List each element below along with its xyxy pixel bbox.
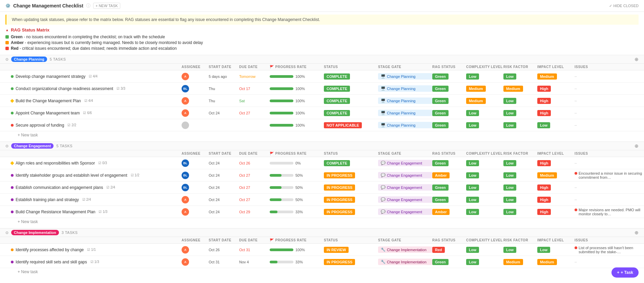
info-banner: When updating task statuses, please refe… — [5, 15, 639, 25]
progress-bar-container: 100% — [270, 111, 324, 115]
section-settings-icon[interactable]: ⊕ — [635, 57, 639, 62]
stage-label: Change Engagement — [387, 173, 422, 177]
table-row: Align roles and responsibilities with Sp… — [0, 157, 644, 169]
status-cell: IN PROGRESS — [324, 197, 378, 202]
task-name[interactable]: Appoint Change Management team — [16, 111, 80, 115]
task-name-cell: Develop change management strategy ☑ 4/4 — [5, 74, 182, 79]
stage-gate-cell: 💬 Change Engagement — [378, 196, 432, 203]
progress-bar-container: 33% — [270, 260, 324, 264]
complexity-cell: Medium — [466, 99, 503, 103]
due-date: Oct 29 — [239, 210, 270, 214]
task-name-cell: Build the Change Management Plan ☑ 4/4 — [5, 99, 182, 103]
task-name[interactable]: Develop change management strategy — [16, 74, 85, 79]
section-badge: Change Planning — [11, 57, 47, 62]
col-impact: IMPACT LEVEL — [537, 238, 575, 242]
stage-gate-cell: 🔧 Change Implementation — [378, 259, 432, 265]
task-name[interactable]: Identify stakeholder groups and establis… — [16, 173, 127, 178]
task-name[interactable]: Conduct organizational change readiness … — [16, 86, 113, 91]
task-dot-icon — [11, 186, 14, 189]
section-settings-icon[interactable]: ⊕ — [635, 143, 639, 149]
status-cell: COMPLETE — [324, 86, 378, 91]
stage-gate-cell: 🖥️ Change Planning — [378, 85, 432, 92]
task-dot-icon — [11, 261, 14, 263]
col-stage: STAGE GATE — [378, 152, 432, 155]
impact-cell: High — [537, 185, 575, 190]
rag-item-amber: Amber - experiencing issues but is curre… — [5, 40, 639, 45]
page-title: Change Management Checklist — [13, 3, 83, 8]
start-date: Oct 24 — [209, 198, 239, 202]
progress-bar-container: 100% — [270, 99, 324, 103]
task-check: ☑ 6/6 — [83, 111, 92, 115]
task-name[interactable]: Establish communication and engagement p… — [16, 185, 103, 190]
issue-dot — [575, 246, 577, 249]
table-row: Identify processes affected by change ☑ … — [0, 244, 644, 256]
new-task-row[interactable]: + New task — [0, 268, 644, 276]
progress-cell: 33% — [270, 260, 324, 264]
task-name-cell: Identify processes affected by change ☑ … — [5, 247, 182, 252]
task-name[interactable]: Establish training plan and strategy — [16, 197, 79, 202]
table-row: Build Change Resistance Management Plan … — [0, 206, 644, 218]
task-name[interactable]: Build Change Resistance Management Plan — [16, 210, 95, 214]
task-name[interactable]: Align roles and responsibilities with Sp… — [16, 161, 95, 166]
progress-cell: 100% — [270, 99, 324, 103]
stage-gate-cell: 💬 Change Engagement — [378, 209, 432, 215]
section-toggle[interactable]: ⊙ — [5, 231, 8, 235]
no-issue: – — [575, 123, 577, 128]
progress-bar-container: 50% — [270, 186, 324, 190]
section-toggle[interactable]: ⊙ — [5, 57, 8, 62]
stage-gate-cell: 🖥️ Change Planning — [378, 110, 432, 116]
complexity-cell: Medium — [466, 86, 503, 91]
issues-cell: – — [575, 86, 642, 91]
assignee-cell: A — [182, 196, 209, 203]
progress-bar-container: 50% — [270, 173, 324, 177]
new-task-button[interactable]: + NEW TASK — [93, 3, 120, 9]
stage-icon: 💬 — [381, 197, 386, 202]
task-name[interactable]: Build the Change Management Plan — [16, 99, 81, 103]
col-progress: 🚩 PROGRESS RATE — [270, 152, 324, 155]
assignee-cell: A — [182, 258, 209, 266]
section-settings-icon[interactable]: ⊕ — [635, 230, 639, 235]
hide-closed-button[interactable]: ✓ HIDE CLOSED — [609, 4, 639, 8]
rag-item-red: Red - critical issues encountered; due d… — [5, 46, 639, 51]
issues-cell: – — [575, 74, 642, 79]
start-date: Oct 31 — [209, 260, 239, 264]
progress-cell: 100% — [270, 123, 324, 127]
col-issues: ISSUES — [575, 152, 642, 155]
task-dot-icon — [11, 75, 14, 78]
no-issue: – — [575, 111, 577, 115]
impact-cell: High — [537, 197, 575, 202]
new-task-row[interactable]: + New task — [0, 218, 644, 225]
stage-icon: 🖥️ — [381, 99, 386, 103]
section-toggle[interactable]: ⊙ — [5, 144, 8, 148]
issues-cell: – — [575, 197, 642, 202]
new-task-row[interactable]: + New task — [0, 131, 644, 139]
impact-cell: High — [537, 111, 575, 115]
due-date: Sat — [239, 99, 270, 103]
col-start: START DATE — [209, 65, 239, 69]
stage-label: Change Implementation — [387, 248, 427, 252]
risk-cell: Low — [503, 185, 537, 190]
col-complexity: COMPLEXITY LEVEL — [466, 152, 503, 155]
task-name-cell: Appoint Change Management team ☑ 6/6 — [5, 111, 182, 115]
avatar: BL — [182, 85, 189, 92]
info-icon: ⓘ — [86, 3, 90, 9]
status-cell: COMPLETE — [324, 111, 378, 115]
task-check: ☑ 2/4 — [106, 186, 115, 189]
stage-label: Change Implementation — [387, 260, 427, 264]
due-date: Oct 26 — [239, 161, 270, 165]
add-task-button[interactable]: + + Task — [611, 267, 639, 278]
risk-cell: Low — [503, 197, 537, 202]
progress-bar-container: 100% — [270, 248, 324, 252]
col-status: STATUS — [324, 152, 378, 155]
issues-cell: – — [575, 161, 642, 166]
impact-cell: High — [537, 86, 575, 91]
rag-cell: Green — [432, 86, 466, 91]
checklist-icon: ⚙️ — [5, 3, 11, 8]
progress-cell: 33% — [270, 210, 324, 214]
section-header-change-planning: ⊙ Change Planning 5 TASKS ⊕ — [0, 55, 644, 64]
task-name[interactable]: Identify required skill sets and skill g… — [16, 260, 87, 264]
task-name[interactable]: Identify processes affected by change — [16, 247, 84, 252]
task-check: ☑ 4/4 — [84, 99, 93, 103]
task-name[interactable]: Secure approval of funding — [16, 123, 64, 128]
table-row: Establish communication and engagement p… — [0, 181, 644, 194]
